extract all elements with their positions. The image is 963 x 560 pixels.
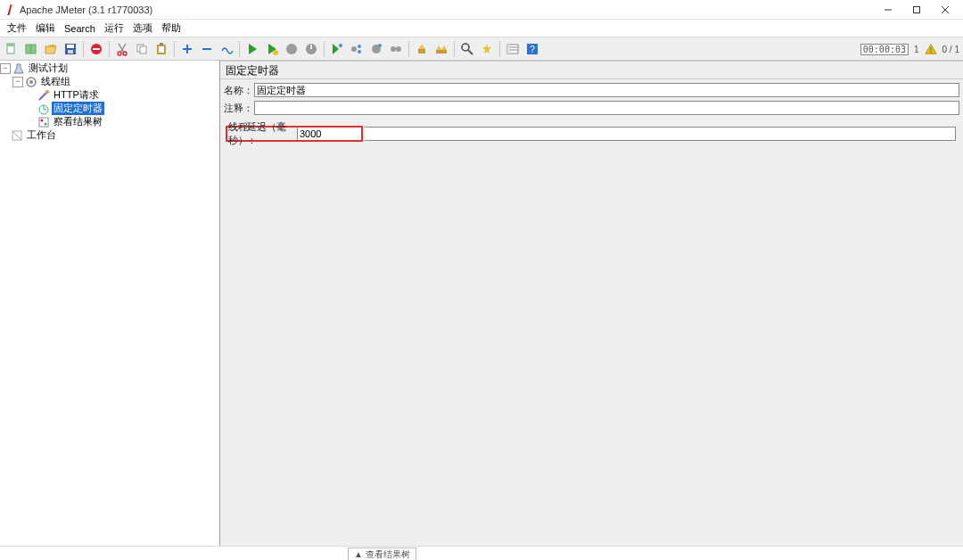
svg-point-34 — [378, 44, 382, 47]
thread-group-icon — [25, 76, 37, 88]
warning-count: 1 — [914, 45, 919, 54]
name-input[interactable] — [254, 83, 959, 97]
svg-rect-7 — [31, 45, 36, 54]
clear-icon[interactable] — [413, 40, 431, 58]
thread-delay-label: 线程延迟（毫秒）： — [227, 120, 295, 147]
shutdown-icon[interactable] — [302, 40, 320, 58]
close-icon[interactable] — [87, 40, 105, 58]
remote-start-all-icon[interactable] — [348, 40, 366, 58]
window-titlebar: Apache JMeter (3.1 r1770033) — [0, 0, 963, 20]
tree-collapse-icon[interactable]: − — [0, 63, 11, 74]
editor-pane: 固定定时器 名称： 注释： 线程延迟（毫秒）： — [220, 61, 963, 546]
start-no-pause-icon[interactable] — [263, 40, 281, 58]
menu-help[interactable]: 帮助 — [158, 21, 185, 36]
remote-stop-icon[interactable] — [367, 40, 385, 58]
window-maximize-button[interactable] — [902, 1, 931, 19]
remote-start-icon[interactable] — [328, 40, 346, 58]
svg-rect-9 — [67, 45, 74, 48]
menu-options[interactable]: 选项 — [129, 21, 156, 36]
menu-file[interactable]: 文件 — [4, 21, 30, 36]
svg-rect-39 — [441, 50, 447, 54]
menu-run[interactable]: 运行 — [101, 21, 128, 36]
svg-rect-28 — [310, 45, 312, 49]
thread-count: 0 / 1 — [942, 45, 959, 54]
svg-rect-38 — [436, 50, 441, 54]
svg-rect-49 — [930, 47, 932, 51]
new-file-icon[interactable] — [3, 40, 21, 58]
timer-icon — [37, 103, 50, 115]
menu-search[interactable]: Search — [61, 22, 99, 35]
test-plan-tree[interactable]: − 测试计划 − 线程组 — [0, 61, 220, 546]
svg-rect-20 — [159, 46, 164, 53]
svg-rect-50 — [930, 52, 932, 54]
svg-line-41 — [468, 50, 473, 54]
svg-rect-46 — [507, 45, 510, 54]
svg-point-25 — [273, 50, 278, 55]
menu-edit[interactable]: 编辑 — [32, 21, 59, 36]
comment-input[interactable] — [254, 101, 959, 115]
collapse-icon[interactable] — [198, 40, 216, 58]
name-row: 名称： — [224, 81, 959, 99]
beaker-icon — [12, 62, 25, 75]
clear-all-icon[interactable] — [432, 40, 450, 58]
svg-text:?: ? — [530, 45, 535, 54]
svg-point-36 — [396, 46, 401, 52]
svg-point-52 — [29, 80, 33, 84]
svg-rect-57 — [39, 118, 48, 127]
reset-search-icon[interactable] — [478, 40, 496, 58]
svg-point-58 — [41, 119, 44, 121]
templates-icon[interactable] — [22, 40, 40, 58]
svg-rect-10 — [68, 50, 73, 54]
tree-node-thread-group[interactable]: − 线程组 — [12, 75, 219, 88]
search-icon[interactable] — [458, 40, 476, 58]
expand-icon[interactable] — [178, 40, 196, 58]
window-minimize-button[interactable] — [874, 1, 902, 19]
tree-node-http-request[interactable]: HTTP请求 — [37, 88, 219, 102]
sampler-icon — [37, 89, 50, 102]
svg-point-32 — [358, 50, 361, 54]
menubar: 文件 编辑 Search 运行 选项 帮助 — [0, 20, 963, 37]
window-title: Apache JMeter (3.1 r1770033) — [20, 4, 152, 15]
thread-delay-field-extension[interactable] — [365, 127, 956, 141]
svg-rect-5 — [7, 44, 14, 46]
function-helper-icon[interactable] — [504, 40, 522, 58]
jmeter-logo-icon — [5, 4, 16, 16]
name-label: 名称： — [224, 84, 254, 97]
svg-point-42 — [462, 44, 469, 51]
remote-shutdown-icon[interactable] — [387, 40, 405, 58]
panel-title: 固定定时器 — [220, 62, 963, 79]
toolbar: ? 00:00:03 1 0 / 1 — [0, 37, 963, 61]
open-file-icon[interactable] — [42, 40, 60, 58]
window-close-button[interactable] — [931, 1, 959, 19]
svg-rect-18 — [140, 46, 146, 54]
thread-delay-row: 线程延迟（毫秒）： — [226, 126, 363, 142]
svg-point-30 — [351, 46, 357, 52]
svg-rect-1 — [914, 6, 920, 12]
warning-icon[interactable] — [925, 43, 937, 55]
svg-point-29 — [339, 44, 342, 47]
stop-icon[interactable] — [283, 40, 300, 58]
tree-node-test-plan[interactable]: − 测试计划 — [0, 62, 219, 75]
help-icon[interactable]: ? — [523, 40, 541, 58]
svg-rect-12 — [93, 48, 100, 50]
workbench-icon — [11, 129, 23, 142]
svg-rect-21 — [160, 43, 163, 45]
tree-node-workbench[interactable]: 工作台 — [0, 128, 219, 142]
save-icon[interactable] — [62, 40, 79, 58]
results-tree-icon — [37, 116, 50, 128]
paste-icon[interactable] — [152, 40, 170, 58]
svg-point-16 — [123, 52, 127, 55]
svg-rect-6 — [26, 45, 30, 54]
thread-delay-input[interactable] — [297, 128, 361, 140]
tree-collapse-icon[interactable]: − — [12, 77, 23, 87]
tree-node-view-results[interactable]: 察看结果树 — [37, 115, 219, 128]
elapsed-timer: 00:00:03 — [860, 44, 909, 55]
tree-node-constant-timer[interactable]: 固定定时器 — [37, 102, 219, 115]
copy-icon[interactable] — [133, 40, 151, 58]
footer-tab[interactable]: ▲ 查看结果树 — [348, 548, 416, 560]
start-icon[interactable] — [243, 40, 261, 58]
cut-icon[interactable] — [113, 40, 131, 58]
svg-rect-37 — [418, 49, 425, 54]
svg-point-35 — [391, 46, 396, 52]
toggle-icon[interactable] — [218, 40, 235, 58]
